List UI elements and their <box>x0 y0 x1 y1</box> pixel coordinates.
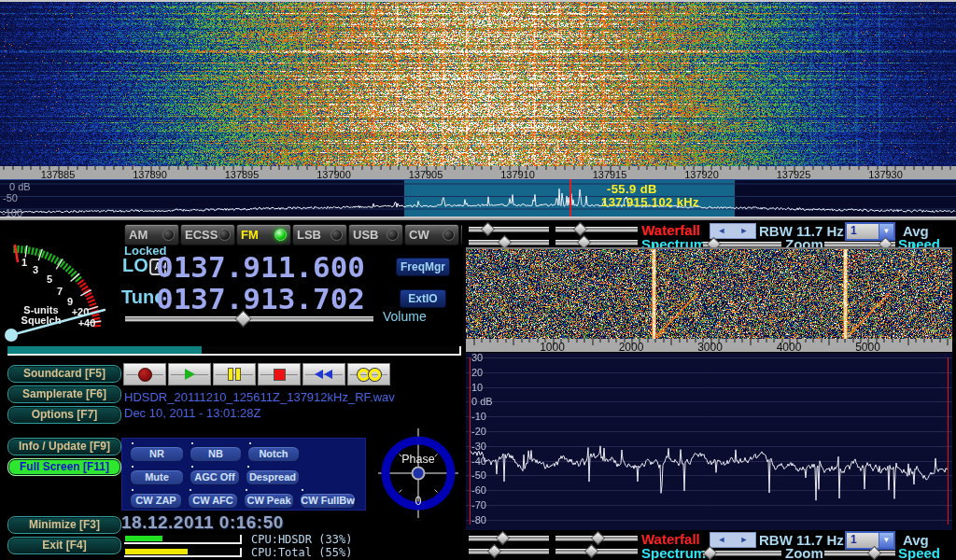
audio-frequency-scale[interactable]: 10002000300040005000 <box>466 339 952 352</box>
cpu-label: CPU:Total (55%) <box>251 546 352 559</box>
stop-button[interactable] <box>258 363 301 385</box>
left-button-options[interactable]: Options [F7] <box>7 406 121 424</box>
cpu-bar-track <box>124 548 242 557</box>
mode-led-icon <box>443 229 455 241</box>
mode-button-cw[interactable]: CW <box>404 224 459 245</box>
local-datetime: 18.12.2011 0:16:50 <box>121 512 284 533</box>
dsp-button-agc-off[interactable]: AGC Off <box>190 469 240 485</box>
dsp-button-cw-zap[interactable]: CW ZAP <box>130 493 182 509</box>
slider-thumb-icon[interactable] <box>867 546 882 560</box>
spectrum-contrast-slider-bottom[interactable] <box>555 546 638 556</box>
mode-button-usb[interactable]: USB <box>348 224 403 245</box>
left-button-exit[interactable]: Exit [F4] <box>7 537 121 554</box>
dsp-button-mute[interactable]: Mute <box>130 469 184 485</box>
main-waterfall[interactable] <box>0 2 956 166</box>
s-meter[interactable]: 1 3 5 7 9 +20 +40 S-units Squelch <box>2 224 118 347</box>
play-button[interactable] <box>168 363 211 385</box>
pause-button[interactable] <box>213 363 256 385</box>
slider-thumb-icon[interactable] <box>703 546 718 560</box>
cpu-bar-fill <box>125 549 188 554</box>
phase-label: Phase <box>401 453 434 466</box>
dsp-button-nb[interactable]: NB <box>190 446 242 462</box>
spectrum-tab-bottom[interactable]: Spectrum <box>641 545 706 560</box>
volume-label: Volume <box>383 309 427 324</box>
mode-label: FM <box>241 228 259 242</box>
mode-button-ecss[interactable]: ECSS <box>180 224 235 245</box>
slider-track[interactable] <box>555 227 638 232</box>
scroll-left-icon[interactable]: ◄ <box>710 533 733 547</box>
chevron-down-icon[interactable]: ▼ <box>879 533 893 548</box>
waterfall-brightness-slider-bottom[interactable] <box>469 533 549 543</box>
playback-progress-fill <box>7 346 202 354</box>
slider-track[interactable] <box>824 551 895 556</box>
panel-divider <box>0 217 956 220</box>
dsp-button-panel: NRNBNotchMuteAGC OffDespreadCW ZAPCW AFC… <box>121 438 366 511</box>
waterfall-contrast-slider-top[interactable] <box>555 224 638 234</box>
left-button-info-update[interactable]: Info / Update [F9] <box>7 438 121 455</box>
slider-thumb-icon[interactable] <box>496 531 511 546</box>
transport-controls <box>123 363 392 385</box>
mode-label: AM <box>129 228 148 242</box>
pan-scrollbar-top[interactable]: ◄► <box>710 223 756 239</box>
smeter-label-5: 5 <box>47 273 52 285</box>
spectrum-brightness-slider-bottom[interactable] <box>469 546 549 556</box>
slider-thumb-icon[interactable] <box>584 544 599 559</box>
slider-thumb-icon[interactable] <box>487 544 502 559</box>
loop-button[interactable] <box>347 363 390 385</box>
hdsdr-window: 1378851378901378951379001379051379101379… <box>0 0 956 560</box>
dsp-button-cw-fullbw[interactable]: CW FullBw <box>300 493 356 509</box>
speed-slider-bottom[interactable] <box>824 548 895 558</box>
signal-level-readout: -55.9 dB <box>607 182 657 196</box>
volume-slider[interactable] <box>125 314 373 324</box>
mode-button-am[interactable]: AM <box>124 224 179 245</box>
dsp-button-despread[interactable]: Despread <box>246 469 300 485</box>
mode-led-icon <box>218 229 231 241</box>
lo-frequency-display[interactable]: 0137.911.600 <box>156 253 365 282</box>
slider-thumb-icon[interactable] <box>573 222 588 237</box>
record-button[interactable] <box>123 363 166 385</box>
scroll-right-icon[interactable]: ► <box>733 533 755 547</box>
phase-value: 0 <box>415 495 422 508</box>
playback-progress-bar[interactable] <box>7 346 461 356</box>
waterfall-contrast-slider-bottom[interactable] <box>555 533 638 543</box>
scroll-right-icon[interactable]: ► <box>733 224 755 238</box>
extio-button[interactable]: ExtIO <box>400 289 446 308</box>
dsp-button-nr[interactable]: NR <box>130 446 184 462</box>
mode-button-lsb[interactable]: LSB <box>292 224 347 245</box>
tune-frequency-display[interactable]: 0137.913.702 <box>156 285 365 314</box>
zoom-slider-bottom[interactable] <box>703 548 781 558</box>
spectrum-contrast-slider-top[interactable] <box>555 237 638 247</box>
pan-scrollbar-bottom[interactable]: ◄► <box>710 532 756 548</box>
smeter-label-3: 3 <box>33 264 38 275</box>
waterfall-brightness-slider-top[interactable] <box>469 224 549 234</box>
mode-selector-row: AMECSSFMLSBUSBCWDRM <box>124 224 516 245</box>
audio-db-tick-label: 0 dB <box>471 396 493 407</box>
cpu-meter-row: CPU:HDSDR (33%) <box>124 533 352 546</box>
audio-waterfall[interactable] <box>466 249 952 339</box>
dsp-button-cw-afc[interactable]: CW AFC <box>188 493 238 509</box>
slider-track[interactable] <box>555 240 638 245</box>
slider-track[interactable] <box>469 549 549 554</box>
audio-spectrum[interactable]: 3020100 dB-10-20-30-40-50-60-70-80 <box>466 353 952 530</box>
left-button-soundcard[interactable]: Soundcard [F5] <box>7 365 121 383</box>
spectrum-brightness-slider-top[interactable] <box>469 237 549 247</box>
dsp-button-notch[interactable]: Notch <box>247 446 300 462</box>
left-button-samplerate[interactable]: Samplerate [F6] <box>7 385 121 403</box>
scroll-left-icon[interactable]: ◄ <box>710 224 733 238</box>
rewind-button[interactable] <box>302 363 345 385</box>
squelch-knob[interactable] <box>5 329 18 342</box>
volume-thumb[interactable] <box>234 310 251 327</box>
band-marker-icon <box>912 244 915 248</box>
avg-select-bottom[interactable]: 1▼ <box>845 531 895 550</box>
freqmgr-button[interactable]: FreqMgr <box>396 258 450 276</box>
left-button-full-screen[interactable]: Full Screen [F11] <box>7 458 121 476</box>
avg-select-top[interactable]: 1▼ <box>845 222 895 241</box>
slider-thumb-icon[interactable] <box>481 222 496 237</box>
slider-thumb-icon[interactable] <box>591 531 606 546</box>
audio-freq-tick-label: 5000 <box>855 341 880 354</box>
left-button-minimize[interactable]: Minimize [F3] <box>7 516 121 534</box>
main-spectrum[interactable]: 0 dB -50 -100 -55.9 dB 137.915.102 kHz <box>0 179 956 217</box>
dsp-button-cw-peak[interactable]: CW Peak <box>244 493 294 509</box>
mode-button-fm[interactable]: FM <box>236 224 291 245</box>
main-frequency-scale[interactable]: 1378851378901378951379001379051379101379… <box>0 166 956 179</box>
